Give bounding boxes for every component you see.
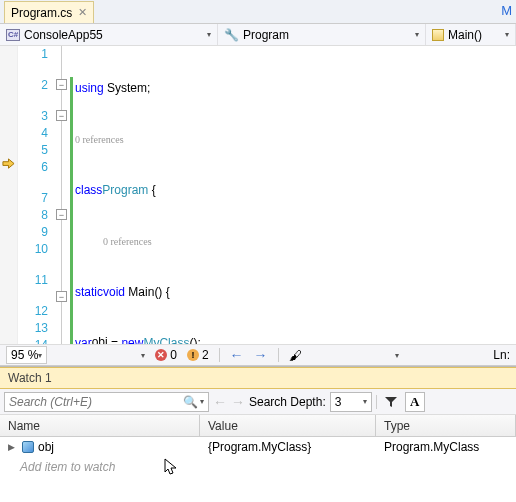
warning-count[interactable]: ! 2 xyxy=(187,348,209,362)
code-editor[interactable]: 1 2 3456 78910 11 121314 − − − − using S… xyxy=(0,46,516,344)
col-type[interactable]: Type xyxy=(376,415,516,436)
member-dropdown[interactable]: Main() ▾ xyxy=(426,24,516,45)
depth-label: Search Depth: xyxy=(249,395,326,409)
editor-status-bar: 95 % ▾ ▾ ✕ 0 ! 2 ← → 🖌 ▾ Ln: xyxy=(0,344,516,366)
class-dropdown[interactable]: 🔧 Program ▾ xyxy=(218,24,426,45)
watch-title[interactable]: Watch 1 xyxy=(0,367,516,389)
watch-search-input[interactable]: 🔍 ▾ xyxy=(4,392,209,412)
col-value[interactable]: Value xyxy=(200,415,376,436)
highlight-button[interactable]: A xyxy=(405,392,425,412)
current-statement-arrow-icon xyxy=(2,158,15,170)
filter-button[interactable] xyxy=(381,392,401,412)
line-label: Ln: xyxy=(493,348,510,362)
object-icon xyxy=(22,441,34,453)
chevron-down-icon: ▾ xyxy=(207,30,211,39)
line-numbers: 1 2 3456 78910 11 121314 xyxy=(18,46,54,344)
watch-columns-header: Name Value Type xyxy=(0,415,516,437)
add-placeholder: Add item to watch xyxy=(0,460,115,474)
watch-add-row[interactable]: Add item to watch xyxy=(0,457,516,477)
watch-panel: Watch 1 🔍 ▾ ← → Search Depth: 3 ▾ A Name… xyxy=(0,366,516,502)
close-icon[interactable]: ✕ xyxy=(78,6,87,19)
depth-dropdown[interactable]: 3 ▾ xyxy=(330,392,372,412)
chevron-down-icon: ▾ xyxy=(363,397,367,406)
class-icon: 🔧 xyxy=(224,28,239,42)
chevron-down-icon: ▾ xyxy=(415,30,419,39)
watch-body[interactable]: ▶ obj {Program.MyClass} Program.MyClass … xyxy=(0,437,516,502)
outline-margin[interactable]: − − − − xyxy=(54,46,70,344)
nav-back-button[interactable]: ← xyxy=(230,347,244,363)
error-count[interactable]: ✕ 0 xyxy=(155,348,177,362)
chevron-down-icon: ▾ xyxy=(38,351,42,360)
chevron-down-icon: ▾ xyxy=(505,30,509,39)
watch-value: {Program.MyClass} xyxy=(200,440,376,454)
margin-indicator: M xyxy=(501,3,512,18)
navigation-bar: C# ConsoleApp55 ▾ 🔧 Program ▾ Main() ▾ xyxy=(0,24,516,46)
member-label: Main() xyxy=(448,28,482,42)
chevron-down-icon[interactable]: ▾ xyxy=(395,351,399,360)
tab-title: Program.cs xyxy=(11,6,72,20)
document-tab-strip: Program.cs ✕ M xyxy=(0,0,516,24)
search-field[interactable] xyxy=(9,395,159,409)
codelens[interactable]: 0 references xyxy=(75,233,516,250)
error-icon: ✕ xyxy=(155,349,167,361)
warning-icon: ! xyxy=(187,349,199,361)
method-icon xyxy=(432,29,444,41)
zoom-dropdown[interactable]: 95 % ▾ xyxy=(6,346,47,364)
class-label: Program xyxy=(243,28,289,42)
nav-forward-button[interactable]: → xyxy=(254,347,268,363)
scope-dropdown[interactable]: C# ConsoleApp55 ▾ xyxy=(0,24,218,45)
watch-type: Program.MyClass xyxy=(376,440,516,454)
change-margin xyxy=(70,46,75,344)
chevron-down-icon[interactable]: ▾ xyxy=(141,351,145,360)
document-tab[interactable]: Program.cs ✕ xyxy=(4,1,94,23)
fold-toggle-icon[interactable]: − xyxy=(56,110,67,121)
cursor-icon xyxy=(163,457,179,477)
search-prev-button[interactable]: ← xyxy=(213,394,227,410)
fold-toggle-icon[interactable]: − xyxy=(56,79,67,90)
search-next-button[interactable]: → xyxy=(231,394,245,410)
fold-toggle-icon[interactable]: − xyxy=(56,209,67,220)
expand-icon[interactable]: ▶ xyxy=(8,442,18,452)
watch-toolbar: 🔍 ▾ ← → Search Depth: 3 ▾ A xyxy=(0,389,516,415)
col-name[interactable]: Name xyxy=(0,415,200,436)
csharp-project-icon: C# xyxy=(6,29,20,41)
codelens[interactable]: 0 references xyxy=(75,131,516,148)
watch-name: obj xyxy=(38,440,54,454)
brush-icon[interactable]: 🖌 xyxy=(289,348,302,363)
search-icon[interactable]: 🔍 xyxy=(183,395,198,409)
glyph-margin[interactable] xyxy=(0,46,18,344)
chevron-down-icon[interactable]: ▾ xyxy=(200,397,204,406)
code-text[interactable]: using System; 0 references class Program… xyxy=(75,46,516,344)
scope-label: ConsoleApp55 xyxy=(24,28,103,42)
fold-toggle-icon[interactable]: − xyxy=(56,291,67,302)
watch-row[interactable]: ▶ obj {Program.MyClass} Program.MyClass xyxy=(0,437,516,457)
